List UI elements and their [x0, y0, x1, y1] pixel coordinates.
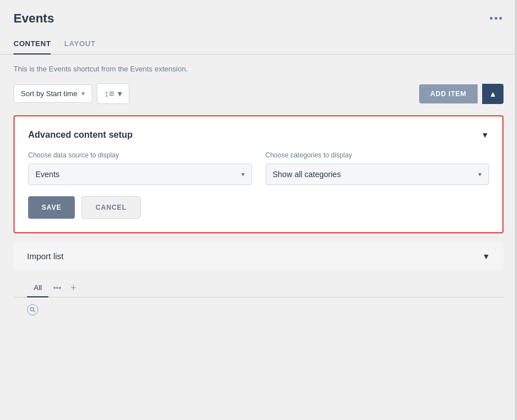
add-item-button[interactable]: ADD ITEM [419, 84, 478, 103]
cancel-button[interactable]: CANCEL [82, 196, 141, 219]
content-tab-all[interactable]: All [27, 279, 48, 297]
data-source-arrow-icon: ▾ [241, 170, 245, 178]
categories-arrow-icon: ▾ [478, 170, 482, 178]
sort-label: Sort by Start time [21, 89, 77, 98]
advanced-setup-panel: Advanced content setup ▼ Choose data sou… [14, 115, 503, 233]
panel-title: Events [14, 11, 54, 26]
panel: Events ••• CONTENT LAYOUT This is the Ev… [0, 0, 517, 420]
data-source-value: Events [35, 170, 60, 179]
advanced-collapse-icon[interactable]: ▼ [481, 130, 489, 139]
data-source-col: Choose data source to display Events ▾ [28, 151, 252, 185]
search-icon [27, 304, 38, 315]
sort-order-button[interactable]: ↕≡ ▾ [97, 83, 129, 104]
tab-layout[interactable]: LAYOUT [64, 35, 95, 55]
form-actions: SAVE CANCEL [28, 196, 489, 219]
description-text: This is the Events shortcut from the Eve… [0, 55, 517, 73]
data-source-select[interactable]: Events ▾ [28, 164, 252, 185]
svg-point-0 [30, 308, 34, 311]
categories-label: Choose categories to display [266, 151, 489, 159]
sort-lines-icon: ↕≡ [104, 89, 114, 99]
content-area: Advanced content setup ▼ Choose data sou… [0, 104, 517, 420]
advanced-setup-title: Advanced content setup [28, 130, 133, 140]
content-tabs-row: All ••• + [14, 279, 503, 297]
add-tab-icon[interactable]: + [66, 280, 81, 296]
panel-header: Events ••• [0, 0, 517, 26]
add-item-up-arrow-icon: ▲ [489, 89, 497, 98]
sort-order-arrow-icon: ▾ [118, 88, 122, 99]
sort-dropdown-arrow-icon: ▾ [82, 90, 85, 97]
tab-options-icon[interactable]: ••• [51, 281, 64, 295]
tabs-bar: CONTENT LAYOUT [0, 35, 517, 55]
categories-col: Choose categories to display Show all ca… [266, 151, 489, 185]
advanced-setup-header: Advanced content setup ▼ [28, 130, 489, 140]
data-source-label: Choose data source to display [28, 151, 252, 159]
search-row [14, 297, 503, 315]
categories-select[interactable]: Show all categories ▾ [266, 164, 489, 185]
import-list-panel: Import list ▼ [14, 242, 503, 270]
categories-value: Show all categories [273, 170, 341, 179]
save-button[interactable]: SAVE [28, 196, 75, 219]
sort-dropdown[interactable]: Sort by Start time ▾ [14, 84, 92, 103]
import-list-collapse-icon[interactable]: ▼ [482, 252, 490, 261]
tab-content[interactable]: CONTENT [14, 35, 51, 55]
form-row: Choose data source to display Events ▾ C… [28, 151, 489, 185]
svg-line-1 [34, 311, 35, 313]
import-list-title: Import list [27, 251, 64, 261]
add-item-arrow-button[interactable]: ▲ [482, 84, 503, 104]
more-options-icon[interactable]: ••• [489, 13, 503, 25]
right-edge [515, 0, 517, 420]
toolbar: Sort by Start time ▾ ↕≡ ▾ ADD ITEM ▲ [0, 73, 517, 104]
all-tab-label: All [34, 283, 42, 292]
